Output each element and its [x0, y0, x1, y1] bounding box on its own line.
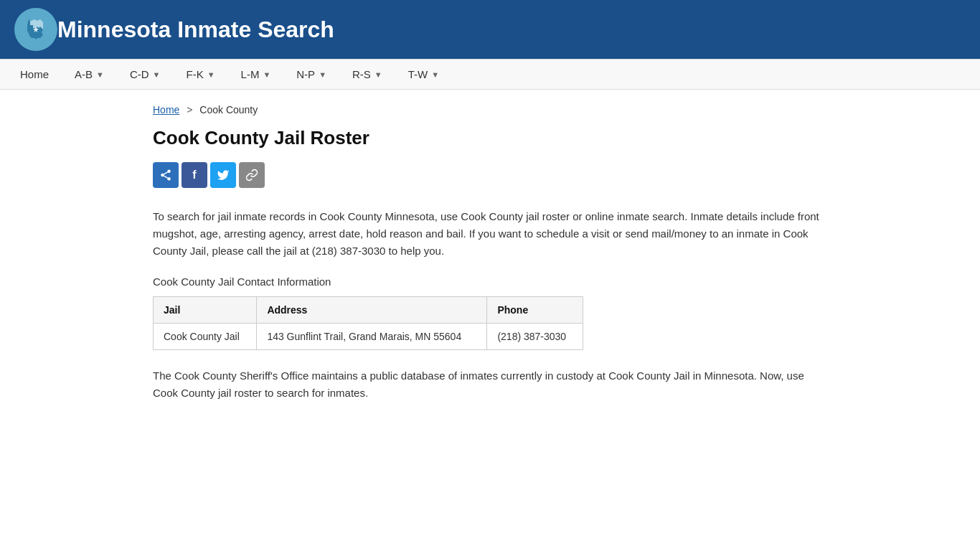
nav-item-ab[interactable]: A-B ▼: [62, 60, 117, 89]
svg-line-5: [164, 176, 167, 178]
breadcrumb-current: Cook County: [199, 104, 258, 116]
table-row: Cook County Jail143 Gunflint Trail, Gran…: [154, 324, 583, 350]
main-content: Home > Cook County Cook County Jail Rost…: [131, 90, 849, 416]
chevron-down-icon: ▼: [153, 70, 161, 79]
svg-point-3: [161, 174, 164, 177]
nav-item-cd[interactable]: C-D ▼: [117, 60, 174, 89]
page-title: Cook County Jail Roster: [153, 127, 827, 149]
site-title: Minnesota Inmate Search: [57, 17, 334, 43]
breadcrumb: Home > Cook County: [153, 104, 827, 116]
contact-info-table: Jail Address Phone Cook County Jail143 G…: [153, 296, 583, 350]
chevron-down-icon: ▼: [431, 70, 439, 79]
twitter-button[interactable]: [210, 162, 236, 188]
svg-point-2: [167, 170, 171, 174]
nav-item-rs[interactable]: R-S ▼: [339, 60, 395, 89]
table-cell-jail: Cook County Jail: [154, 324, 257, 350]
bottom-description: The Cook County Sheriff's Office maintai…: [153, 367, 827, 402]
chevron-down-icon: ▼: [207, 70, 215, 79]
facebook-icon: f: [192, 169, 196, 182]
chevron-down-icon: ▼: [263, 70, 270, 79]
svg-point-4: [167, 177, 171, 181]
table-cell-phone: (218) 387-3030: [487, 324, 583, 350]
chevron-down-icon: ▼: [96, 70, 104, 79]
nav-item-fk[interactable]: F-K ▼: [173, 60, 227, 89]
table-header-phone: Phone: [487, 297, 583, 324]
copy-link-button[interactable]: [239, 162, 265, 188]
table-header-jail: Jail: [154, 297, 257, 324]
nav-item-lm[interactable]: L-M ▼: [228, 60, 284, 89]
nav-item-np[interactable]: N-P ▼: [283, 60, 339, 89]
chevron-down-icon: ▼: [319, 70, 326, 79]
nav-item-tw[interactable]: T-W ▼: [395, 60, 452, 89]
main-description: To search for jail inmate records in Coo…: [153, 208, 827, 260]
site-header: Minnesota Inmate Search: [0, 0, 980, 59]
share-button[interactable]: [153, 162, 179, 188]
contact-info-heading: Cook County Jail Contact Information: [153, 276, 827, 288]
nav-item-home[interactable]: Home: [7, 60, 62, 89]
main-nav: Home A-B ▼ C-D ▼ F-K ▼ L-M ▼ N-P ▼ R-S ▼…: [0, 59, 980, 90]
facebook-button[interactable]: f: [182, 162, 207, 188]
svg-line-6: [164, 172, 167, 174]
table-header-address: Address: [257, 297, 487, 324]
breadcrumb-separator: >: [187, 104, 192, 116]
table-cell-address: 143 Gunflint Trail, Grand Marais, MN 556…: [257, 324, 487, 350]
breadcrumb-home-link[interactable]: Home: [153, 104, 179, 116]
chevron-down-icon: ▼: [374, 70, 382, 79]
social-share-bar: f: [153, 162, 827, 188]
site-logo: [14, 8, 57, 51]
